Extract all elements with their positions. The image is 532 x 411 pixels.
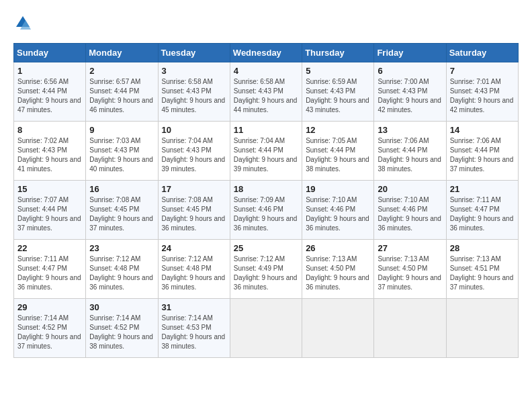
calendar-cell: 29 Sunrise: 7:14 AM Sunset: 4:52 PM Dayl… bbox=[14, 299, 86, 358]
day-number: 4 bbox=[234, 66, 298, 76]
calendar-cell: 31 Sunrise: 7:14 AM Sunset: 4:53 PM Dayl… bbox=[158, 299, 230, 358]
day-number: 6 bbox=[378, 66, 442, 76]
day-info: Sunrise: 6:59 AM Sunset: 4:43 PM Dayligh… bbox=[306, 78, 369, 113]
day-info: Sunrise: 7:10 AM Sunset: 4:46 PM Dayligh… bbox=[378, 196, 441, 232]
calendar-cell: 26 Sunrise: 7:13 AM Sunset: 4:50 PM Dayl… bbox=[302, 240, 374, 299]
calendar-week-1: 1 Sunrise: 6:56 AM Sunset: 4:44 PM Dayli… bbox=[14, 62, 519, 122]
calendar-week-2: 8 Sunrise: 7:02 AM Sunset: 4:43 PM Dayli… bbox=[14, 122, 519, 181]
day-header-thursday: Thursday bbox=[302, 44, 374, 62]
calendar-cell: 25 Sunrise: 7:12 AM Sunset: 4:49 PM Dayl… bbox=[230, 240, 302, 299]
calendar-cell: 27 Sunrise: 7:13 AM Sunset: 4:50 PM Dayl… bbox=[374, 240, 446, 299]
day-number: 30 bbox=[89, 302, 154, 312]
calendar-cell: 5 Sunrise: 6:59 AM Sunset: 4:43 PM Dayli… bbox=[302, 62, 374, 122]
calendar-cell: 21 Sunrise: 7:11 AM Sunset: 4:47 PM Dayl… bbox=[446, 181, 518, 240]
day-header-wednesday: Wednesday bbox=[230, 44, 302, 62]
day-info: Sunrise: 7:09 AM Sunset: 4:46 PM Dayligh… bbox=[234, 196, 298, 232]
day-info: Sunrise: 7:10 AM Sunset: 4:46 PM Dayligh… bbox=[306, 196, 369, 232]
calendar-cell bbox=[446, 299, 518, 358]
calendar-cell: 12 Sunrise: 7:05 AM Sunset: 4:44 PM Dayl… bbox=[302, 122, 374, 181]
calendar-cell: 30 Sunrise: 7:14 AM Sunset: 4:52 PM Dayl… bbox=[86, 299, 158, 358]
day-info: Sunrise: 7:06 AM Sunset: 4:44 PM Dayligh… bbox=[450, 137, 514, 173]
day-number: 26 bbox=[306, 243, 370, 253]
day-info: Sunrise: 7:04 AM Sunset: 4:44 PM Dayligh… bbox=[234, 137, 298, 173]
day-number: 5 bbox=[306, 66, 370, 76]
calendar-week-3: 15 Sunrise: 7:07 AM Sunset: 4:44 PM Dayl… bbox=[14, 181, 519, 240]
day-number: 17 bbox=[162, 184, 226, 194]
calendar-body: 1 Sunrise: 6:56 AM Sunset: 4:44 PM Dayli… bbox=[14, 62, 519, 358]
calendar-cell: 24 Sunrise: 7:12 AM Sunset: 4:48 PM Dayl… bbox=[158, 240, 230, 299]
day-header-friday: Friday bbox=[374, 44, 446, 62]
day-number: 14 bbox=[450, 125, 515, 135]
day-info: Sunrise: 7:12 AM Sunset: 4:48 PM Dayligh… bbox=[89, 255, 153, 291]
calendar-cell: 17 Sunrise: 7:08 AM Sunset: 4:45 PM Dayl… bbox=[158, 181, 230, 240]
day-info: Sunrise: 7:13 AM Sunset: 4:51 PM Dayligh… bbox=[450, 255, 514, 291]
day-info: Sunrise: 7:13 AM Sunset: 4:50 PM Dayligh… bbox=[306, 255, 369, 291]
calendar-cell: 11 Sunrise: 7:04 AM Sunset: 4:44 PM Dayl… bbox=[230, 122, 302, 181]
day-info: Sunrise: 6:58 AM Sunset: 4:43 PM Dayligh… bbox=[234, 78, 298, 113]
day-number: 25 bbox=[234, 243, 298, 253]
day-number: 29 bbox=[17, 302, 82, 312]
calendar-cell: 8 Sunrise: 7:02 AM Sunset: 4:43 PM Dayli… bbox=[14, 122, 86, 181]
calendar-cell: 23 Sunrise: 7:12 AM Sunset: 4:48 PM Dayl… bbox=[86, 240, 158, 299]
day-info: Sunrise: 7:08 AM Sunset: 4:45 PM Dayligh… bbox=[89, 196, 153, 232]
day-info: Sunrise: 7:07 AM Sunset: 4:44 PM Dayligh… bbox=[17, 196, 81, 232]
day-header-monday: Monday bbox=[86, 44, 158, 62]
day-number: 16 bbox=[89, 184, 154, 194]
day-info: Sunrise: 7:08 AM Sunset: 4:45 PM Dayligh… bbox=[162, 196, 226, 232]
day-info: Sunrise: 7:13 AM Sunset: 4:50 PM Dayligh… bbox=[378, 255, 441, 291]
day-number: 1 bbox=[17, 66, 82, 76]
day-number: 21 bbox=[450, 184, 515, 194]
calendar-cell: 10 Sunrise: 7:04 AM Sunset: 4:43 PM Dayl… bbox=[158, 122, 230, 181]
calendar-cell: 20 Sunrise: 7:10 AM Sunset: 4:46 PM Dayl… bbox=[374, 181, 446, 240]
logo bbox=[13, 13, 35, 32]
calendar-cell: 22 Sunrise: 7:11 AM Sunset: 4:47 PM Dayl… bbox=[14, 240, 86, 299]
day-number: 19 bbox=[306, 184, 370, 194]
day-number: 18 bbox=[234, 184, 298, 194]
calendar-cell bbox=[374, 299, 446, 358]
calendar-cell bbox=[230, 299, 302, 358]
day-info: Sunrise: 7:14 AM Sunset: 4:52 PM Dayligh… bbox=[17, 314, 81, 350]
day-info: Sunrise: 7:12 AM Sunset: 4:48 PM Dayligh… bbox=[162, 255, 226, 291]
calendar-cell: 4 Sunrise: 6:58 AM Sunset: 4:43 PM Dayli… bbox=[230, 62, 302, 122]
day-info: Sunrise: 7:00 AM Sunset: 4:43 PM Dayligh… bbox=[378, 78, 441, 113]
calendar-header-row: SundayMondayTuesdayWednesdayThursdayFrid… bbox=[14, 44, 519, 62]
calendar-cell: 3 Sunrise: 6:58 AM Sunset: 4:43 PM Dayli… bbox=[158, 62, 230, 122]
day-number: 31 bbox=[162, 302, 226, 312]
day-info: Sunrise: 6:57 AM Sunset: 4:44 PM Dayligh… bbox=[89, 78, 153, 113]
day-number: 13 bbox=[378, 125, 442, 135]
day-number: 3 bbox=[162, 66, 226, 76]
day-header-tuesday: Tuesday bbox=[158, 44, 230, 62]
day-info: Sunrise: 6:56 AM Sunset: 4:44 PM Dayligh… bbox=[17, 78, 81, 113]
day-number: 24 bbox=[162, 243, 226, 253]
calendar-cell: 7 Sunrise: 7:01 AM Sunset: 4:43 PM Dayli… bbox=[446, 62, 518, 122]
day-number: 2 bbox=[89, 66, 154, 76]
day-number: 12 bbox=[306, 125, 370, 135]
day-number: 10 bbox=[162, 125, 226, 135]
calendar-cell: 1 Sunrise: 6:56 AM Sunset: 4:44 PM Dayli… bbox=[14, 62, 86, 122]
day-info: Sunrise: 7:14 AM Sunset: 4:53 PM Dayligh… bbox=[162, 314, 226, 350]
calendar-cell: 6 Sunrise: 7:00 AM Sunset: 4:43 PM Dayli… bbox=[374, 62, 446, 122]
day-info: Sunrise: 7:06 AM Sunset: 4:44 PM Dayligh… bbox=[378, 137, 441, 173]
day-info: Sunrise: 7:04 AM Sunset: 4:43 PM Dayligh… bbox=[162, 137, 226, 173]
calendar-cell: 28 Sunrise: 7:13 AM Sunset: 4:51 PM Dayl… bbox=[446, 240, 518, 299]
calendar-cell: 13 Sunrise: 7:06 AM Sunset: 4:44 PM Dayl… bbox=[374, 122, 446, 181]
day-number: 20 bbox=[378, 184, 442, 194]
day-info: Sunrise: 6:58 AM Sunset: 4:43 PM Dayligh… bbox=[162, 78, 226, 113]
day-number: 8 bbox=[17, 125, 82, 135]
calendar-cell: 16 Sunrise: 7:08 AM Sunset: 4:45 PM Dayl… bbox=[86, 181, 158, 240]
calendar-cell: 9 Sunrise: 7:03 AM Sunset: 4:43 PM Dayli… bbox=[86, 122, 158, 181]
calendar-cell: 14 Sunrise: 7:06 AM Sunset: 4:44 PM Dayl… bbox=[446, 122, 518, 181]
day-number: 23 bbox=[89, 243, 154, 253]
logo-icon bbox=[13, 13, 32, 32]
day-number: 15 bbox=[17, 184, 82, 194]
day-info: Sunrise: 7:01 AM Sunset: 4:43 PM Dayligh… bbox=[450, 78, 514, 113]
day-number: 22 bbox=[17, 243, 82, 253]
calendar-cell: 15 Sunrise: 7:07 AM Sunset: 4:44 PM Dayl… bbox=[14, 181, 86, 240]
day-number: 7 bbox=[450, 66, 515, 76]
calendar-table: SundayMondayTuesdayWednesdayThursdayFrid… bbox=[13, 43, 519, 358]
day-info: Sunrise: 7:14 AM Sunset: 4:52 PM Dayligh… bbox=[89, 314, 153, 350]
day-info: Sunrise: 7:05 AM Sunset: 4:44 PM Dayligh… bbox=[306, 137, 369, 173]
calendar-cell: 2 Sunrise: 6:57 AM Sunset: 4:44 PM Dayli… bbox=[86, 62, 158, 122]
calendar-cell bbox=[302, 299, 374, 358]
day-number: 28 bbox=[450, 243, 515, 253]
